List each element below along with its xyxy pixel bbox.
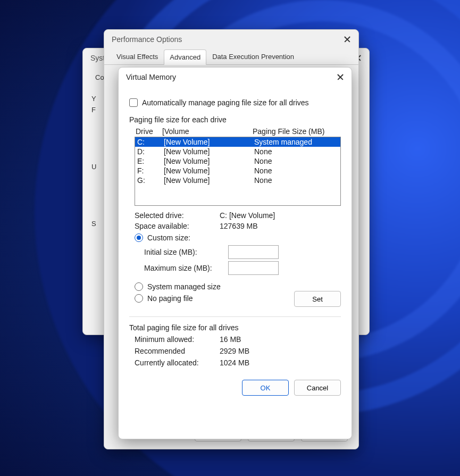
drive-volume: [New Volume] [164,147,254,156]
drive-row[interactable]: C:[New Volume]System managed [135,137,340,147]
recommended-label: Recommended [135,347,220,355]
drive-volume: [New Volume] [164,138,254,146]
auto-manage-label: Automatically manage paging file size fo… [142,98,309,107]
drive-paging-size: None [254,157,338,165]
drive-row[interactable]: E:[New Volume]None [135,156,340,166]
drive-letter: C: [137,138,164,146]
perf-title: Performance Options [112,35,182,44]
tab-advanced[interactable]: Advanced [164,49,206,65]
radio-no-paging[interactable] [135,294,143,303]
vm-title: Virtual Memory [126,73,176,81]
tab-dep[interactable]: Data Execution Prevention [206,49,300,64]
drive-volume: [New Volume] [164,166,254,175]
drive-paging-size: None [254,147,338,156]
initial-size-label: Initial size (MB): [144,248,224,256]
drive-letter: G: [137,176,164,185]
drive-row[interactable]: D:[New Volume]None [135,147,340,156]
totals-title: Total paging file size for all drives [129,323,341,332]
col-drive: Drive [136,127,162,136]
space-available-value: 127639 MB [220,222,258,230]
selected-drive-label: Selected drive: [135,211,220,220]
maximum-size-input[interactable] [228,261,279,275]
currently-allocated-value: 1024 MB [220,358,249,367]
selected-drive-value: C: [New Volume] [220,211,275,220]
radio-sysmanaged-label: System managed size [147,282,221,291]
close-icon[interactable] [337,73,344,81]
radio-custom-size[interactable] [135,233,143,242]
radio-system-managed[interactable] [135,282,143,291]
currently-allocated-label: Currently allocated: [135,358,220,367]
drive-letter: E: [137,157,164,165]
drive-letter: F: [137,166,164,175]
set-button[interactable]: Set [294,291,341,307]
drive-paging-size: System managed [254,138,338,146]
drive-row[interactable]: G:[New Volume]None [135,176,340,185]
close-icon[interactable] [344,36,351,43]
drive-volume: [New Volume] [164,157,254,165]
drive-paging-size: None [254,176,338,185]
drive-letter: D: [137,147,164,156]
drive-list[interactable]: C:[New Volume]System managedD:[New Volum… [135,137,341,206]
radio-custom-label: Custom size: [147,233,190,242]
auto-manage-checkbox[interactable] [129,98,138,107]
drive-volume: [New Volume] [164,176,254,185]
recommended-value: 2929 MB [220,347,249,355]
initial-size-input[interactable] [228,245,279,259]
min-allowed-value: 16 MB [220,335,241,344]
drive-paging-size: None [254,166,338,175]
virtual-memory-dialog: Virtual Memory Automatically manage pagi… [118,67,352,439]
min-allowed-label: Minimum allowed: [135,335,220,344]
maximum-size-label: Maximum size (MB): [144,264,224,272]
ok-button[interactable]: OK [242,380,289,396]
radio-nopaging-label: No paging file [147,294,193,303]
col-paging: Paging File Size (MB) [253,127,340,136]
tab-visual-effects[interactable]: Visual Effects [111,49,164,64]
drive-row[interactable]: F:[New Volume]None [135,166,340,176]
group-each-drive: Paging file size for each drive [129,115,341,124]
cancel-button[interactable]: Cancel [294,380,341,396]
col-volume: [Volume [162,127,253,136]
space-available-label: Space available: [135,222,220,230]
